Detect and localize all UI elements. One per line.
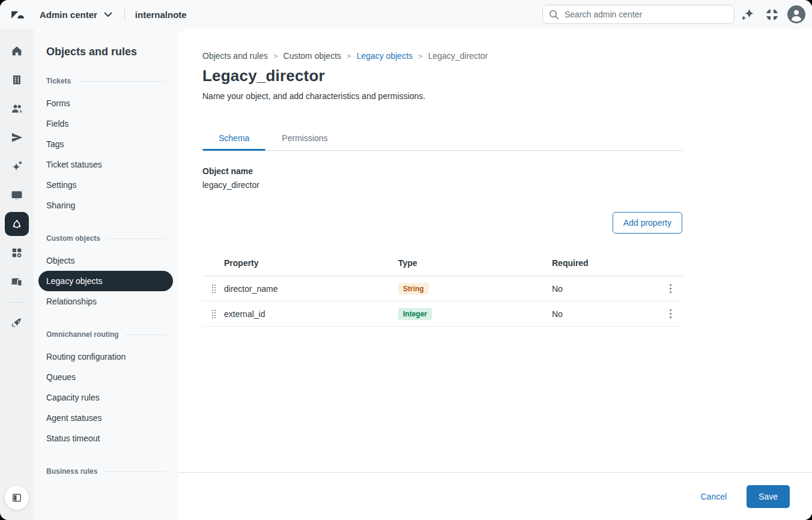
breadcrumb-separator: >: [347, 52, 351, 61]
product-switcher[interactable]: Admin center: [40, 10, 112, 20]
organization-icon[interactable]: [5, 68, 29, 92]
object-name-value: legacy_director: [202, 180, 682, 190]
collapse-sidebar-icon: [11, 492, 23, 504]
channels-monitor-icon[interactable]: [5, 183, 29, 207]
devices-icon[interactable]: [5, 270, 29, 294]
section-label-business-rules: Business rules: [46, 467, 97, 476]
collapse-sidebar-button[interactable]: [5, 486, 29, 510]
type-badge: String: [398, 283, 429, 295]
user-avatar[interactable]: [787, 5, 805, 23]
page-subtitle: Name your object, and add characteristic…: [202, 91, 682, 101]
ai-sparkle-icon[interactable]: [5, 154, 29, 178]
sidebar-item-settings[interactable]: Settings: [38, 175, 173, 195]
drag-handle-icon[interactable]: [211, 309, 217, 319]
row-menu-kebab-icon[interactable]: [663, 282, 677, 296]
apps-icon[interactable]: [5, 241, 29, 265]
sidebar-item-routing-configuration[interactable]: Routing configuration: [38, 346, 173, 367]
save-button[interactable]: Save: [747, 485, 790, 508]
rocket-icon[interactable]: [5, 311, 29, 335]
required-value: No: [552, 284, 658, 294]
sidebar-item-agent-statuses[interactable]: Agent statuses: [38, 408, 173, 428]
column-header-property: Property: [224, 258, 398, 268]
search-bar: [542, 5, 735, 24]
table-header: Property Type Required: [202, 250, 682, 276]
drag-handle-icon[interactable]: [211, 284, 217, 294]
rail-divider: [8, 302, 25, 303]
app-window: Objects and rules Tickets Forms Fields T…: [0, 0, 812, 520]
people-icon[interactable]: [5, 97, 29, 121]
schema-table: Property Type Required director_name Str…: [202, 250, 682, 327]
type-badge: Integer: [398, 308, 432, 320]
tab-permissions[interactable]: Permissions: [265, 128, 344, 150]
section-label-omnichannel: Omnichannel routing: [46, 330, 119, 339]
row-menu-kebab-icon[interactable]: [663, 307, 677, 321]
ai-sparkle-icon[interactable]: [741, 7, 756, 22]
sidebar-item-objects[interactable]: Objects: [38, 250, 173, 271]
section-label-custom-objects: Custom objects: [46, 234, 100, 243]
add-property-button[interactable]: Add property: [613, 212, 682, 234]
sidebar-section-omnichannel: Omnichannel routing Routing configuratio…: [46, 330, 166, 449]
object-name-label: Object name: [202, 166, 682, 176]
cancel-button[interactable]: Cancel: [697, 491, 730, 502]
table-row: director_name String No: [202, 276, 682, 301]
property-name: external_id: [224, 309, 398, 319]
required-value: No: [552, 309, 658, 319]
column-header-type: Type: [398, 258, 552, 268]
top-bar: Admin center internalnote: [0, 0, 812, 29]
sidebar: Objects and rules Tickets Forms Fields T…: [34, 0, 178, 520]
object-name-block: Object name legacy_director: [202, 166, 682, 190]
sidebar-item-relationships[interactable]: Relationships: [38, 291, 173, 312]
sidebar-item-ticket-statuses[interactable]: Ticket statuses: [38, 154, 173, 175]
breadcrumb-legacy-objects[interactable]: Legacy objects: [357, 51, 413, 61]
sidebar-item-tags[interactable]: Tags: [38, 134, 173, 154]
tab-bar: Schema Permissions: [202, 128, 682, 151]
main-panel: Objects and rules > Custom objects > Leg…: [178, 29, 812, 520]
sidebar-section-custom-objects: Custom objects Objects Legacy objects Re…: [46, 234, 166, 312]
breadcrumb-objects-and-rules[interactable]: Objects and rules: [202, 51, 268, 61]
section-divider: [103, 471, 166, 472]
sidebar-section-business-rules: Business rules: [46, 467, 166, 476]
column-header-required: Required: [552, 258, 658, 268]
table-row: external_id Integer No: [202, 301, 682, 327]
search-input[interactable]: [563, 9, 728, 20]
sidebar-item-status-timeout[interactable]: Status timeout: [38, 428, 173, 449]
chevron-down-icon: [104, 12, 112, 17]
section-label-tickets: Tickets: [46, 77, 71, 85]
section-divider: [106, 238, 166, 239]
breadcrumb-separator: >: [418, 52, 423, 61]
sidebar-title: Objects and rules: [46, 46, 166, 58]
sidebar-item-capacity-rules[interactable]: Capacity rules: [38, 387, 173, 408]
breadcrumb-custom-objects[interactable]: Custom objects: [283, 51, 341, 61]
sidebar-item-legacy-objects[interactable]: Legacy objects: [38, 271, 173, 291]
send-icon[interactable]: [5, 125, 29, 150]
product-switcher-label: Admin center: [40, 10, 97, 20]
section-divider: [77, 81, 166, 82]
sidebar-section-tickets: Tickets Forms Fields Tags Ticket statuse…: [46, 76, 166, 216]
sidebar-item-fields[interactable]: Fields: [38, 113, 173, 134]
action-footer: Cancel Save: [178, 472, 812, 520]
workspace-name: internalnote: [135, 10, 187, 20]
custom-objects-icon[interactable]: [5, 212, 29, 236]
breadcrumb: Objects and rules > Custom objects > Leg…: [202, 51, 682, 61]
sidebar-item-sharing[interactable]: Sharing: [38, 195, 173, 216]
page-title: Legacy_director: [202, 67, 682, 85]
tab-schema[interactable]: Schema: [202, 128, 265, 150]
property-name: director_name: [224, 284, 398, 294]
breadcrumb-current: Legacy_director: [428, 51, 488, 61]
help-lifebuoy-icon[interactable]: [765, 7, 780, 22]
sidebar-item-forms[interactable]: Forms: [38, 93, 173, 113]
breadcrumb-separator: >: [273, 52, 278, 61]
zendesk-logo-icon[interactable]: [10, 7, 25, 22]
topbar-divider: [124, 8, 125, 21]
section-divider: [125, 334, 166, 335]
search-icon: [549, 10, 559, 20]
sidebar-item-queues[interactable]: Queues: [38, 367, 173, 387]
home-icon[interactable]: [5, 39, 29, 63]
icon-rail: [0, 29, 34, 520]
